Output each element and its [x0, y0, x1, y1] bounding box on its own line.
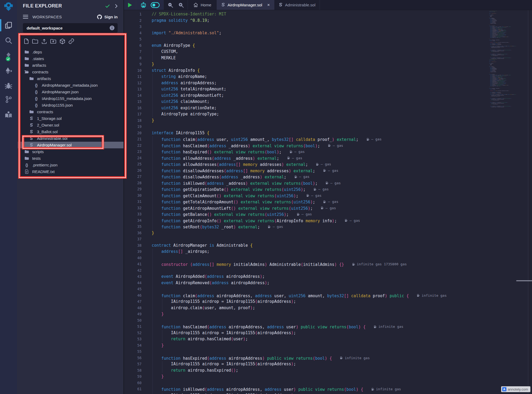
tree-row[interactable]: { }AirdropManager.json [18, 89, 123, 95]
code-line[interactable]: 42 [124, 267, 532, 274]
code-line[interactable]: 39 address[] _airdrops; [124, 249, 532, 255]
code-line[interactable]: 61 function isAllowed(address airdropAdd… [124, 386, 532, 392]
code-line[interactable]: 22 function hasClaimed(address _address)… [124, 142, 532, 149]
code-line[interactable]: 46 function claim(address airdropAddress… [124, 292, 532, 299]
code-line[interactable]: 28 function isAllowed(address _address) … [124, 180, 532, 186]
tree-row[interactable]: 3_Ballot.sol [18, 128, 123, 135]
tab-administrable[interactable]: Administrable.sol [274, 0, 320, 10]
upload-file-icon[interactable] [41, 38, 47, 44]
code-line[interactable]: 49 } [124, 311, 532, 317]
code-line[interactable]: 52 IAirdrop1155 airdrop = IAirdrop1155(a… [124, 330, 532, 336]
tree-row[interactable]: 1_Storage.sol [18, 115, 123, 122]
code-line[interactable]: 60 [124, 380, 532, 386]
code-line[interactable]: 3 [124, 24, 532, 30]
code-line[interactable]: 26 function disallowAddresses(address[] … [124, 167, 532, 174]
code-line[interactable]: 33 function getBalance() external view r… [124, 211, 532, 217]
code-line[interactable]: 13 uint256 totalAirdropAmount; [124, 86, 532, 93]
code-line[interactable]: 15 uint256 claimAmount; [124, 99, 532, 105]
learn-icon[interactable] [0, 109, 17, 121]
upload-folder-icon[interactable] [50, 38, 56, 44]
code-line[interactable]: 50 [124, 317, 532, 324]
code-line[interactable]: 59 } [124, 374, 532, 380]
code-line[interactable]: 9} [124, 61, 532, 68]
code-line[interactable]: 2pragma solidity ^0.8.19; [124, 18, 532, 24]
code-line[interactable]: 25 function allowAddresses(address[] mem… [124, 161, 532, 167]
code-line[interactable]: 56 function hasExpired(address airdropAd… [124, 355, 532, 361]
code-line[interactable]: 44 event AirdropRemoved(address airdropA… [124, 280, 532, 286]
tree-row[interactable]: artifacts [18, 75, 123, 82]
tree-row[interactable]: contracts [18, 69, 123, 75]
code-line[interactable]: 14 uint256 airdropAmountLeft; [124, 93, 532, 99]
remix-logo-icon[interactable] [0, 1, 17, 13]
code-line[interactable]: 37 [124, 236, 532, 242]
editor-scrollbar[interactable] [528, 10, 532, 394]
code-line[interactable]: 20interface IAirdrop1155 { [124, 130, 532, 136]
tree-row[interactable]: AirdropManager.sol [18, 142, 123, 148]
scrollbar-thumb[interactable] [516, 280, 532, 281]
code-line[interactable]: 10struct AirdropInfo { [124, 68, 532, 74]
code-line[interactable]: 18} [124, 118, 532, 124]
tree-row[interactable]: tests [18, 155, 123, 162]
zoom-in-icon[interactable] [178, 2, 184, 8]
code-line[interactable]: 7 CUSTOM, [124, 49, 532, 55]
minimap[interactable]: // SPDX-License-Identifier: MITpragma so… [489, 11, 519, 112]
code-line[interactable]: 30 function getClaimAmount() external vi… [124, 192, 532, 199]
tree-row[interactable]: contracts [18, 108, 123, 115]
run-script-button[interactable] [124, 0, 136, 10]
code-line[interactable]: 45 [124, 286, 532, 292]
code-line[interactable]: 62 IAirdrop1155 airdrop = IAirdrop1155(a… [124, 392, 532, 394]
code-line[interactable]: 38contract AirdropManager is Administrab… [124, 242, 532, 249]
new-file-icon[interactable] [24, 38, 29, 44]
panel-collapse-chevron-icon[interactable] [114, 4, 118, 9]
debugger-icon[interactable] [0, 80, 17, 91]
code-line[interactable]: 29 function getExpirationDate() external… [124, 186, 532, 192]
tree-row-partial[interactable] [18, 175, 123, 179]
code-line[interactable]: 41 constructor (address[] memory initial… [124, 261, 532, 267]
code-line[interactable]: 36} [124, 230, 532, 236]
tree-row[interactable]: artifacts [18, 62, 123, 69]
tree-row[interactable]: .deps [18, 49, 123, 55]
code-line[interactable]: 16 uint256 expirationDate; [124, 105, 532, 111]
code-line[interactable]: 19 [124, 124, 532, 130]
link-icon[interactable] [68, 38, 75, 44]
code-line[interactable]: 51 function hasClaimed(address airdropAd… [124, 324, 532, 330]
git-icon[interactable] [0, 94, 17, 105]
code-line[interactable]: 11 string airdropName; [124, 74, 532, 80]
code-line[interactable]: 4import "./Administrable.sol"; [124, 30, 532, 36]
code-line[interactable]: 54 } [124, 342, 532, 349]
tree-row[interactable]: 2_Owner.sol [18, 122, 123, 128]
code-editor[interactable]: 1// SPDX-License-Identifier: MIT2pragma … [124, 10, 532, 394]
code-line[interactable]: 24 function allowAddress(address _addres… [124, 155, 532, 161]
code-line[interactable]: 23 function hasExpired() external view r… [124, 149, 532, 155]
workspaces-menu-icon[interactable] [23, 15, 28, 19]
tree-row[interactable]: { }.prettierrc.json [18, 162, 123, 168]
code-line[interactable]: 35 function setRoot(bytes32 _root) exter… [124, 224, 532, 230]
workspace-select[interactable]: default_workspace [23, 23, 118, 33]
code-line[interactable]: 21 function claim(address user, uint256 … [124, 136, 532, 142]
code-line[interactable]: 47 IAirdrop1155 airdrop = IAirdrop1155(a… [124, 299, 532, 305]
tab-airdropmanager[interactable]: AirdropManager.sol × [217, 0, 274, 10]
code-line[interactable]: 40 [124, 255, 532, 261]
tree-row[interactable]: { }AirdropManager_metadata.json [18, 82, 123, 89]
code-line[interactable]: 48 airdrop.claim(user, amount, proof); [124, 305, 532, 311]
code-line[interactable]: 6enum AirdropType { [124, 43, 532, 49]
code-line[interactable]: 1// SPDX-License-Identifier: MIT [124, 11, 532, 18]
sign-in-button[interactable]: Sign in [97, 14, 118, 19]
zoom-out-icon[interactable] [167, 2, 173, 8]
tree-row[interactable]: scripts [18, 148, 123, 155]
code-line[interactable]: 57 IAirdrop1155 airdrop = IAirdrop1155(a… [124, 361, 532, 367]
code-line[interactable]: 32 function getAirdropAmountLeft() exter… [124, 205, 532, 211]
code-line[interactable]: 27 function disallowAddress(address _add… [124, 174, 532, 180]
cube-icon[interactable] [59, 38, 65, 44]
solidity-compiler-icon[interactable] [0, 51, 17, 62]
code-line[interactable]: 53 return airdrop.hasClaimed(user); [124, 336, 532, 342]
code-line[interactable]: 55 [124, 349, 532, 355]
search-icon[interactable] [0, 35, 17, 46]
code-line[interactable]: 5 [124, 36, 532, 43]
code-line[interactable]: 43 event AirdropAdded(address airdropAdd… [124, 274, 532, 280]
code-line[interactable]: 31 function getTotalAirdropAmount() exte… [124, 199, 532, 205]
code-line[interactable]: 58 return airdrop.hasExpired(); [124, 367, 532, 374]
ai-copilot-toggle[interactable] [151, 2, 160, 8]
code-line[interactable]: 34 function getAirdropInfo() external vi… [124, 217, 532, 224]
tree-row[interactable]: .states [18, 55, 123, 62]
